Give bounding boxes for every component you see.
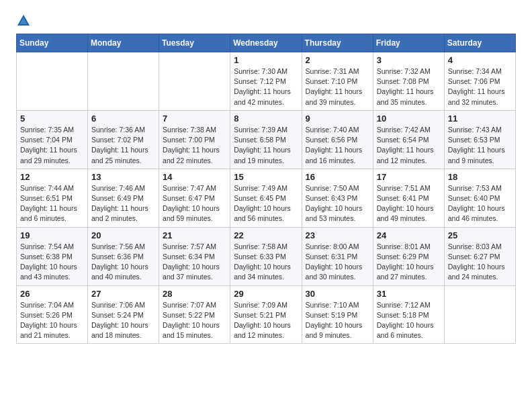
day-info: Sunrise: 7:58 AMSunset: 6:33 PMDaylight:…	[234, 242, 298, 283]
calendar-week-1: 1Sunrise: 7:30 AMSunset: 7:12 PMDaylight…	[17, 52, 516, 111]
day-info: Sunrise: 7:06 AMSunset: 5:24 PMDaylight:…	[91, 300, 155, 341]
day-number: 18	[448, 172, 512, 182]
weekday-header-sunday: Sunday	[17, 34, 88, 52]
calendar-cell: 14Sunrise: 7:47 AMSunset: 6:47 PMDayligh…	[159, 169, 230, 227]
day-info: Sunrise: 7:47 AMSunset: 6:47 PMDaylight:…	[163, 183, 226, 224]
calendar-cell: 16Sunrise: 7:50 AMSunset: 6:43 PMDayligh…	[302, 169, 373, 227]
day-info: Sunrise: 7:43 AMSunset: 6:53 PMDaylight:…	[448, 125, 512, 166]
calendar-cell: 19Sunrise: 7:54 AMSunset: 6:38 PMDayligh…	[17, 227, 88, 285]
calendar-body: 1Sunrise: 7:30 AMSunset: 7:12 PMDaylight…	[17, 52, 516, 344]
calendar-cell: 20Sunrise: 7:56 AMSunset: 6:36 PMDayligh…	[88, 227, 159, 285]
calendar-cell: 4Sunrise: 7:34 AMSunset: 7:06 PMDaylight…	[444, 52, 515, 111]
calendar-cell: 23Sunrise: 8:00 AMSunset: 6:31 PMDayligh…	[302, 227, 373, 285]
calendar-cell	[88, 52, 159, 111]
calendar-week-3: 12Sunrise: 7:44 AMSunset: 6:51 PMDayligh…	[17, 169, 516, 227]
day-info: Sunrise: 7:42 AMSunset: 6:54 PMDaylight:…	[377, 125, 441, 166]
day-info: Sunrise: 7:40 AMSunset: 6:56 PMDaylight:…	[306, 125, 369, 166]
day-number: 14	[163, 172, 226, 182]
day-number: 6	[91, 113, 155, 124]
day-info: Sunrise: 7:07 AMSunset: 5:22 PMDaylight:…	[163, 300, 226, 341]
calendar-cell: 1Sunrise: 7:30 AMSunset: 7:12 PMDaylight…	[230, 52, 302, 111]
calendar-cell: 2Sunrise: 7:31 AMSunset: 7:10 PMDaylight…	[302, 52, 373, 111]
day-number: 8	[234, 113, 298, 124]
day-number: 20	[91, 230, 155, 240]
day-number: 17	[377, 172, 441, 182]
day-number: 13	[91, 172, 155, 182]
day-number: 7	[163, 113, 226, 124]
day-info: Sunrise: 7:54 AMSunset: 6:38 PMDaylight:…	[20, 242, 84, 283]
day-info: Sunrise: 7:57 AMSunset: 6:34 PMDaylight:…	[163, 242, 226, 283]
calendar-cell: 6Sunrise: 7:36 AMSunset: 7:02 PMDaylight…	[88, 110, 159, 169]
calendar-header: SundayMondayTuesdayWednesdayThursdayFrid…	[17, 34, 516, 52]
day-number: 3	[377, 55, 441, 65]
calendar-cell: 8Sunrise: 7:39 AMSunset: 6:58 PMDaylight…	[230, 110, 302, 169]
day-number: 27	[91, 289, 155, 299]
calendar-cell: 27Sunrise: 7:06 AMSunset: 5:24 PMDayligh…	[88, 285, 159, 344]
day-number: 15	[234, 172, 298, 182]
day-info: Sunrise: 7:46 AMSunset: 6:49 PMDaylight:…	[91, 183, 155, 224]
day-info: Sunrise: 7:09 AMSunset: 5:21 PMDaylight:…	[234, 300, 298, 341]
day-info: Sunrise: 8:00 AMSunset: 6:31 PMDaylight:…	[306, 242, 369, 283]
day-number: 22	[234, 230, 298, 240]
day-number: 26	[20, 289, 84, 299]
day-info: Sunrise: 7:44 AMSunset: 6:51 PMDaylight:…	[20, 183, 84, 224]
day-number: 12	[20, 172, 84, 182]
day-number: 4	[448, 55, 512, 65]
calendar-cell: 21Sunrise: 7:57 AMSunset: 6:34 PMDayligh…	[159, 227, 230, 285]
calendar-cell: 10Sunrise: 7:42 AMSunset: 6:54 PMDayligh…	[373, 110, 444, 169]
calendar-cell: 15Sunrise: 7:49 AMSunset: 6:45 PMDayligh…	[230, 169, 302, 227]
weekday-header-thursday: Thursday	[302, 34, 373, 52]
calendar-cell: 9Sunrise: 7:40 AMSunset: 6:56 PMDaylight…	[302, 110, 373, 169]
calendar-cell: 12Sunrise: 7:44 AMSunset: 6:51 PMDayligh…	[17, 169, 88, 227]
day-info: Sunrise: 7:32 AMSunset: 7:08 PMDaylight:…	[377, 66, 441, 107]
calendar-cell	[17, 52, 88, 111]
day-info: Sunrise: 8:01 AMSunset: 6:29 PMDaylight:…	[377, 242, 441, 283]
calendar-cell: 28Sunrise: 7:07 AMSunset: 5:22 PMDayligh…	[159, 285, 230, 344]
weekday-header-tuesday: Tuesday	[159, 34, 230, 52]
calendar-week-4: 19Sunrise: 7:54 AMSunset: 6:38 PMDayligh…	[17, 227, 516, 285]
calendar-cell	[444, 285, 515, 344]
day-info: Sunrise: 7:12 AMSunset: 5:18 PMDaylight:…	[377, 300, 441, 341]
calendar-cell: 24Sunrise: 8:01 AMSunset: 6:29 PMDayligh…	[373, 227, 444, 285]
calendar-cell: 18Sunrise: 7:53 AMSunset: 6:40 PMDayligh…	[444, 169, 515, 227]
logo	[16, 13, 32, 28]
calendar-cell: 13Sunrise: 7:46 AMSunset: 6:49 PMDayligh…	[88, 169, 159, 227]
day-info: Sunrise: 7:31 AMSunset: 7:10 PMDaylight:…	[306, 66, 369, 107]
day-info: Sunrise: 7:53 AMSunset: 6:40 PMDaylight:…	[448, 183, 512, 224]
day-info: Sunrise: 7:56 AMSunset: 6:36 PMDaylight:…	[91, 242, 155, 283]
calendar-cell	[159, 52, 230, 111]
calendar-cell: 3Sunrise: 7:32 AMSunset: 7:08 PMDaylight…	[373, 52, 444, 111]
calendar-cell: 30Sunrise: 7:10 AMSunset: 5:19 PMDayligh…	[302, 285, 373, 344]
day-number: 1	[234, 55, 298, 65]
day-number: 30	[306, 289, 369, 299]
day-info: Sunrise: 7:39 AMSunset: 6:58 PMDaylight:…	[234, 125, 298, 166]
day-number: 28	[163, 289, 226, 299]
day-number: 25	[448, 230, 512, 240]
calendar-cell: 29Sunrise: 7:09 AMSunset: 5:21 PMDayligh…	[230, 285, 302, 344]
day-info: Sunrise: 7:04 AMSunset: 5:26 PMDaylight:…	[20, 300, 84, 341]
day-number: 2	[306, 55, 369, 65]
calendar-cell: 7Sunrise: 7:38 AMSunset: 7:00 PMDaylight…	[159, 110, 230, 169]
weekday-header-wednesday: Wednesday	[230, 34, 302, 52]
calendar-cell: 22Sunrise: 7:58 AMSunset: 6:33 PMDayligh…	[230, 227, 302, 285]
day-info: Sunrise: 7:36 AMSunset: 7:02 PMDaylight:…	[91, 125, 155, 166]
day-number: 5	[20, 113, 84, 124]
calendar-week-2: 5Sunrise: 7:35 AMSunset: 7:04 PMDaylight…	[17, 110, 516, 169]
day-info: Sunrise: 7:49 AMSunset: 6:45 PMDaylight:…	[234, 183, 298, 224]
day-number: 31	[377, 289, 441, 299]
calendar-table: SundayMondayTuesdayWednesdayThursdayFrid…	[16, 34, 516, 344]
day-number: 19	[20, 230, 84, 240]
day-info: Sunrise: 8:03 AMSunset: 6:27 PMDaylight:…	[448, 242, 512, 283]
day-number: 11	[448, 113, 512, 124]
day-number: 24	[377, 230, 441, 240]
weekday-header-friday: Friday	[373, 34, 444, 52]
page-header	[16, 13, 516, 28]
day-info: Sunrise: 7:50 AMSunset: 6:43 PMDaylight:…	[306, 183, 369, 224]
calendar-week-5: 26Sunrise: 7:04 AMSunset: 5:26 PMDayligh…	[17, 285, 516, 344]
day-number: 29	[234, 289, 298, 299]
calendar-cell: 11Sunrise: 7:43 AMSunset: 6:53 PMDayligh…	[444, 110, 515, 169]
calendar-cell: 31Sunrise: 7:12 AMSunset: 5:18 PMDayligh…	[373, 285, 444, 344]
day-info: Sunrise: 7:35 AMSunset: 7:04 PMDaylight:…	[20, 125, 84, 166]
day-number: 23	[306, 230, 369, 240]
day-number: 10	[377, 113, 441, 124]
